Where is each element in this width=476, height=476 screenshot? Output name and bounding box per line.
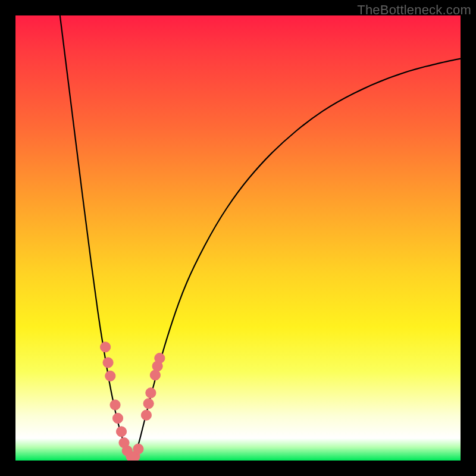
chart-plot-area: [15, 15, 461, 461]
data-marker: [141, 410, 151, 420]
data-marker: [103, 358, 113, 368]
data-marker: [155, 353, 165, 363]
data-marker: [116, 427, 126, 437]
data-marker: [112, 413, 123, 423]
data-marker: [133, 444, 143, 454]
data-marker: [110, 400, 120, 410]
data-marker: [105, 371, 115, 381]
data-marker: [150, 370, 160, 380]
data-markers: [101, 342, 165, 461]
data-marker: [101, 342, 111, 352]
curve-left-branch: [60, 15, 131, 458]
chart-frame: TheBottleneck.com: [0, 0, 476, 476]
data-marker: [143, 399, 154, 409]
data-marker: [146, 388, 156, 398]
curve-right-branch: [133, 59, 461, 459]
watermark-text: TheBottleneck.com: [357, 2, 471, 18]
chart-svg: [15, 15, 461, 461]
